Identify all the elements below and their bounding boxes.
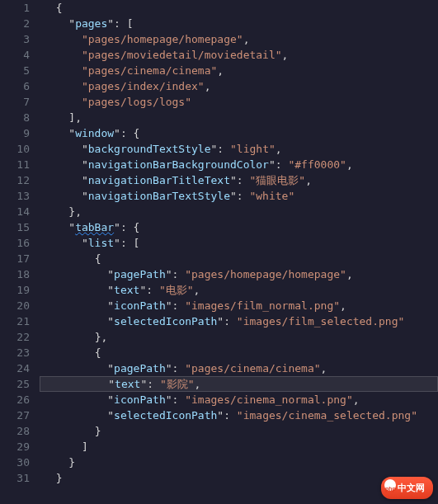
json-punct: { [95,346,101,359]
line-number: 8 [0,110,30,125]
code-line[interactable]: "selectedIconPath": "images/film_selecte… [43,313,438,329]
json-string: "images/film_normal.png" [185,299,340,312]
json-punct: , [194,284,200,296]
code-line[interactable]: "pages/cinema/cinema", [43,63,438,78]
json-punct: ": [139,284,158,296]
line-number: 6 [0,78,30,94]
json-string: "pages/homepage/homepage" [185,268,346,280]
code-editor[interactable]: 1234567891011121314151617181920212223242… [0,0,438,504]
json-key: text [114,284,139,296]
json-string: "white" [249,190,294,202]
code-line[interactable]: "backgroundTextStyle": "light", [43,141,438,157]
json-key: navigationBarTextStyle [88,190,230,202]
line-number: 5 [0,63,30,78]
line-number: 13 [0,188,30,204]
json-punct: ": [211,143,230,155]
line-number: 27 [0,407,30,423]
code-line[interactable]: "navigationBarTextStyle": "white" [43,188,438,204]
code-line[interactable]: "pages/moviedetail/moviedetail", [43,47,438,63]
json-punct: ": [230,190,249,202]
json-punct: } [68,456,75,469]
line-number: 16 [0,235,30,251]
json-string: "light" [230,143,276,155]
json-punct: " [68,17,75,30]
json-punct: }, [68,205,82,218]
line-number: 28 [0,423,30,439]
json-punct: ], [68,111,82,124]
line-number: 1 [0,0,30,16]
json-punct: ": [ [107,17,133,30]
json-string: "images/film_selected.png" [237,315,405,327]
code-line[interactable]: "selectedIconPath": "images/cinema_selec… [43,407,438,423]
json-string: "images/cinema_normal.png" [185,393,353,406]
json-punct: " [82,237,88,249]
json-string: "pages/cinema/cinema" [82,64,217,77]
line-number: 24 [0,360,30,376]
json-key: pagePath [114,268,166,280]
code-line[interactable]: "text": "影院", [40,376,438,392]
code-line[interactable]: "pagePath": "pages/cinema/cinema", [43,360,438,376]
code-line[interactable]: "window": { [43,125,438,141]
code-content[interactable]: { "pages": [ "pages/homepage/homepage", … [40,0,438,504]
line-number: 29 [0,439,30,455]
json-key: backgroundTextStyle [88,143,211,155]
json-punct: , [321,362,327,374]
json-punct: " [107,393,114,406]
json-key: navigationBarBackgroundColor [88,158,269,171]
json-punct: " [68,127,75,139]
json-string: "电影" [159,284,194,296]
json-punct: }, [95,331,108,343]
code-line[interactable]: "pages/homepage/homepage", [43,31,438,47]
code-line[interactable]: { [43,251,438,266]
code-line[interactable]: "navigationBarBackgroundColor": "#ff0000… [43,157,438,172]
line-number: 26 [0,392,30,407]
line-number: 21 [0,313,30,329]
line-number: 25 [0,376,30,392]
code-line[interactable]: } [43,470,438,486]
code-line[interactable]: "list": [ [43,235,438,251]
watermark-badge: 中文网 [381,477,433,499]
code-line[interactable]: "tabBar": { [43,219,438,235]
code-line[interactable]: "iconPath": "images/film_normal.png", [43,298,438,313]
code-line[interactable]: "pages/logs/logs" [43,94,438,110]
json-punct: ": [ [114,237,139,249]
code-line[interactable]: "pagePath": "pages/homepage/homepage", [43,266,438,282]
code-line[interactable]: } [43,455,438,470]
json-punct: " [82,143,88,155]
line-number: 17 [0,251,30,266]
json-string: "影院" [160,378,195,390]
code-line[interactable]: }, [43,204,438,219]
code-line[interactable]: ] [43,439,438,455]
json-punct: " [107,268,114,280]
json-punct: ] [82,440,88,453]
json-punct: " [107,362,114,374]
code-line[interactable]: { [43,345,438,360]
code-line[interactable]: { [43,0,438,16]
code-line[interactable]: "pages": [ [43,16,438,31]
json-punct: { [56,2,63,14]
json-punct: { [95,252,101,265]
json-punct: " [107,315,114,327]
code-line[interactable]: "iconPath": "images/cinema_normal.png", [43,392,438,407]
json-key: text [115,378,140,390]
line-number: 9 [0,125,30,141]
json-punct: ": [269,158,288,171]
json-punct: , [346,158,353,171]
line-number: 11 [0,157,30,172]
code-line[interactable]: "navigationBarTitleText": "猫眼电影", [43,172,438,188]
json-key: list [88,237,114,249]
line-number: 30 [0,455,30,470]
code-line[interactable]: ], [43,110,438,125]
json-key: window [75,127,114,139]
code-line[interactable]: }, [43,329,438,345]
code-line[interactable]: } [43,423,438,439]
watermark-text: 中文网 [398,483,425,492]
json-punct: ": [230,174,249,186]
line-number: 23 [0,345,30,360]
json-string: "pages/index/index" [82,80,205,92]
line-number: 18 [0,266,30,282]
code-line[interactable]: "text": "电影", [43,282,438,298]
code-line[interactable]: "pages/index/index", [43,78,438,94]
json-punct: ": [166,268,185,280]
json-punct: , [205,80,211,92]
